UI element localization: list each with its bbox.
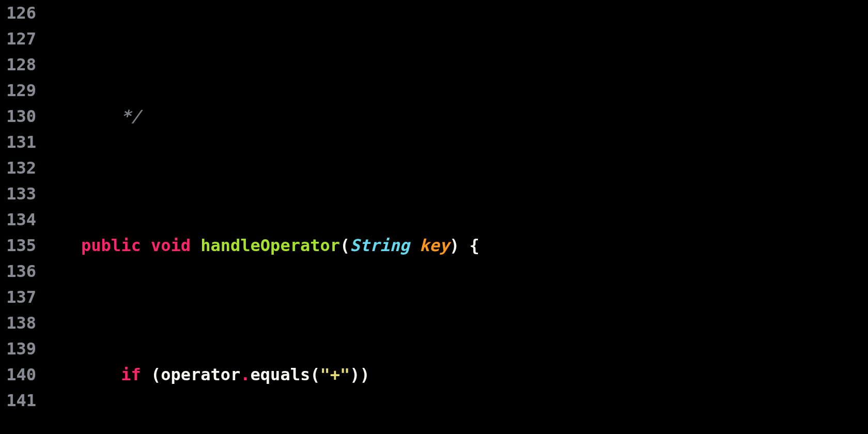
line-number: 130 [0,103,36,129]
line-number: 141 [0,388,36,413]
dot: . [240,365,250,384]
paren-open: ( [151,365,161,384]
line-number: 131 [0,129,36,155]
line-number: 127 [0,26,36,52]
line-number: 136 [0,258,36,284]
paren-close: ) [450,236,459,255]
line-number: 133 [0,181,36,207]
brace-open: { [469,236,479,255]
line-number-gutter: 126 127 128 129 130 131 132 133 134 135 … [0,0,41,434]
line-number: 128 [0,52,36,78]
line-number: 129 [0,78,36,103]
paren-close: ) [360,365,370,384]
comment-token: */ [121,106,141,126]
call-equals: equals [251,365,311,384]
type-string: String [350,236,410,255]
line-number: 132 [0,155,36,181]
keyword-if: if [121,365,141,384]
line-number: 140 [0,362,36,388]
code-editor-area[interactable]: */ public void handleOperator(String key… [41,0,868,434]
paren-open: ( [340,236,350,255]
line-number: 135 [0,233,36,258]
line-number: 139 [0,336,36,362]
keyword-void: void [151,236,191,255]
code-line[interactable]: */ [41,103,868,129]
line-number: 134 [0,207,36,233]
code-line[interactable]: if (operator.equals("+")) [41,362,868,388]
paren-open: ( [310,365,320,384]
code-line[interactable]: public void handleOperator(String key) { [41,233,868,258]
line-number: 138 [0,310,36,336]
param-key: key [420,236,450,255]
line-number: 137 [0,284,36,310]
id-operator: operator [161,365,240,384]
paren-close: ) [350,365,360,384]
string-plus: "+" [320,365,350,384]
keyword-public: public [81,236,141,255]
line-number: 126 [0,0,36,26]
method-name: handleOperator [200,236,340,255]
